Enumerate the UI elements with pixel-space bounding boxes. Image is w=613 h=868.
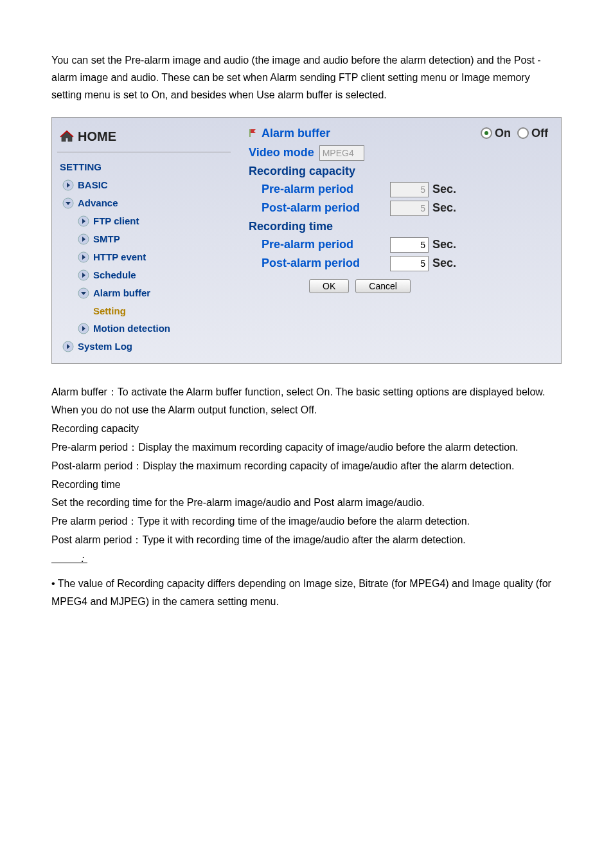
cap-pre-alarm-input — [390, 182, 429, 197]
sidebar-item-smtp[interactable]: SMTP — [57, 230, 231, 248]
desc-set-rec-time: Set the recording time for the Pre-alarm… — [51, 494, 562, 512]
sidebar-item-label: FTP client — [93, 215, 139, 226]
home-label: HOME — [78, 129, 116, 144]
recording-capacity-header: Recording capacity — [249, 165, 548, 178]
panel-title: Alarm buffer — [262, 127, 429, 140]
sec-unit: Sec. — [432, 238, 456, 251]
video-mode-label: Video mode — [249, 146, 314, 159]
arrow-right-icon — [78, 233, 89, 245]
sidebar-item-label: System Log — [78, 341, 132, 352]
sidebar: HOME SETTING BASICAdvanceFTP clientSMTPH… — [52, 118, 236, 363]
settings-panel: HOME SETTING BASICAdvanceFTP clientSMTPH… — [51, 117, 562, 364]
desc-pre-alarm: Pre-alarm period：Display the maximum rec… — [51, 439, 562, 457]
description-text: Alarm buffer：To activate the Alarm buffe… — [51, 383, 562, 612]
sidebar-item-label: Advance — [78, 197, 118, 208]
desc-rec-capacity: Recording capacity — [51, 420, 562, 439]
arrow-right-icon — [78, 323, 89, 334]
radio-on[interactable] — [481, 127, 492, 139]
sidebar-item-label: HTTP event — [93, 251, 146, 262]
home-link[interactable]: HOME — [57, 125, 231, 152]
arrow-right-icon — [78, 269, 89, 281]
video-mode-input — [319, 145, 364, 161]
desc-pre-period: Pre alarm period：Type it with recording … — [51, 512, 562, 531]
sec-unit: Sec. — [432, 201, 456, 215]
main-panel: Alarm buffer On Off Video mode Recording… — [236, 118, 561, 363]
arrow-right-icon — [78, 251, 89, 263]
desc-post-alarm: Post-alarm period：Display the maximum re… — [51, 457, 562, 476]
alarm-buffer-radio-group: On Off — [481, 127, 548, 140]
svg-rect-9 — [249, 129, 251, 137]
cap-pre-alarm-label: Pre-alarm period — [262, 183, 390, 196]
sidebar-item-ftp-client[interactable]: FTP client — [57, 212, 231, 230]
arrow-right-icon — [62, 179, 74, 191]
sidebar-item-label: Motion detection — [93, 323, 170, 334]
arrow-right-icon — [62, 341, 74, 352]
sidebar-item-label: Schedule — [93, 269, 136, 280]
time-post-alarm-label: Post-alarm period — [262, 257, 390, 270]
desc-rec-time: Recording time — [51, 476, 562, 494]
sidebar-item-basic[interactable]: BASIC — [57, 176, 231, 194]
cap-post-alarm-input — [390, 201, 429, 216]
sidebar-item-alarm-buffer[interactable]: Alarm buffer — [57, 284, 231, 302]
desc-alarm-buffer: Alarm buffer：To activate the Alarm buffe… — [51, 383, 562, 420]
sidebar-item-motion-detection[interactable]: Motion detection — [57, 320, 231, 338]
arrow-right-icon — [78, 215, 89, 227]
sidebar-item-http-event[interactable]: HTTP event — [57, 248, 231, 266]
cancel-button[interactable]: Cancel — [355, 279, 411, 293]
arrow-down-icon — [62, 197, 74, 209]
sidebar-item-system-log[interactable]: System Log — [57, 338, 231, 356]
sidebar-item-label: BASIC — [78, 179, 108, 190]
on-label: On — [495, 127, 511, 140]
desc-post-period: Post alarm period：Type it with recording… — [51, 531, 562, 550]
recording-time-header: Recording time — [249, 220, 548, 233]
intro-paragraph: You can set the Pre-alarm image and audi… — [51, 51, 562, 104]
time-post-alarm-input[interactable] — [390, 256, 429, 271]
sec-unit: Sec. — [432, 257, 456, 270]
sidebar-item-advance[interactable]: Advance — [57, 194, 231, 212]
sidebar-item-label: Alarm buffer — [93, 287, 150, 298]
time-pre-alarm-input[interactable] — [390, 237, 429, 253]
sidebar-item-label: SMTP — [93, 233, 120, 244]
flag-icon — [249, 129, 258, 138]
time-pre-alarm-label: Pre-alarm period — [262, 238, 390, 251]
setting-header: SETTING — [57, 158, 231, 176]
arrow-down-icon — [78, 287, 89, 299]
note-label: ： — [51, 550, 100, 568]
home-icon — [60, 131, 74, 142]
cap-post-alarm-label: Post-alarm period — [262, 201, 390, 215]
radio-off[interactable] — [517, 127, 529, 139]
ok-button[interactable]: OK — [309, 279, 349, 293]
sidebar-item-label: Setting — [93, 305, 126, 316]
sidebar-item-setting[interactable]: Setting — [57, 302, 231, 320]
note-body: • The value of Recording capacity differ… — [51, 575, 562, 612]
sidebar-item-schedule[interactable]: Schedule — [57, 266, 231, 284]
sec-unit: Sec. — [432, 183, 456, 196]
off-label: Off — [531, 127, 548, 140]
